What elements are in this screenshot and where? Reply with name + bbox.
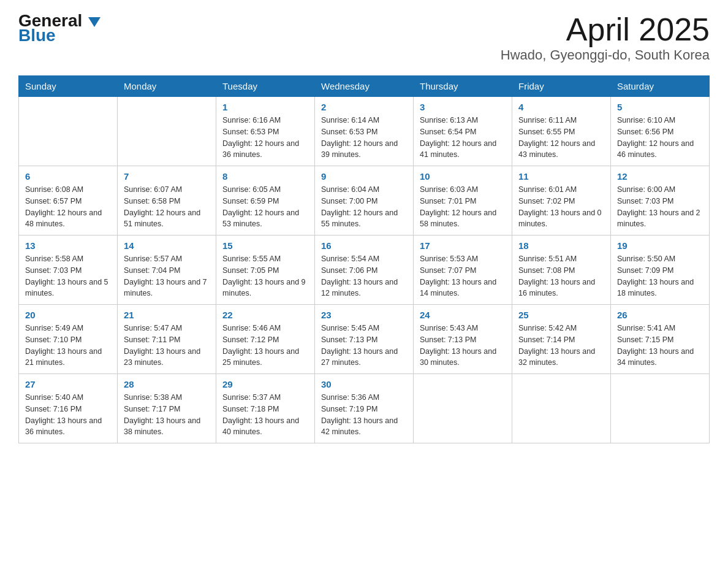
day-number: 22 (222, 310, 308, 320)
day-number: 25 (518, 310, 604, 320)
sunset-text: Sunset: 6:57 PM (25, 197, 82, 205)
sunset-text: Sunset: 7:07 PM (420, 266, 476, 275)
logo-blue: Blue (18, 27, 100, 44)
calendar-cell: 22Sunrise: 5:46 AMSunset: 7:12 PMDayligh… (216, 305, 315, 374)
sunset-text: Sunset: 7:16 PM (25, 405, 82, 413)
sunset-text: Sunset: 7:11 PM (124, 335, 180, 344)
sunset-text: Sunset: 6:53 PM (321, 128, 377, 136)
calendar-cell: 10Sunrise: 6:03 AMSunset: 7:01 PMDayligh… (414, 166, 512, 236)
calendar-cell: 3Sunrise: 6:13 AMSunset: 6:54 PMDaylight… (414, 97, 512, 166)
daylight-text: Daylight: 13 hours and 38 minutes. (124, 416, 200, 437)
sunset-text: Sunset: 7:08 PM (518, 266, 575, 275)
day-info: Sunrise: 5:38 AMSunset: 7:17 PMDaylight:… (124, 392, 210, 438)
sunrise-text: Sunrise: 5:53 AM (420, 255, 478, 263)
daylight-text: Daylight: 12 hours and 36 minutes. (222, 139, 299, 159)
calendar-week-row: 20Sunrise: 5:49 AMSunset: 7:10 PMDayligh… (19, 305, 710, 374)
calendar-cell: 5Sunrise: 6:10 AMSunset: 6:56 PMDaylight… (611, 97, 710, 166)
day-info: Sunrise: 5:54 AMSunset: 7:06 PMDaylight:… (321, 253, 407, 299)
day-number: 27 (25, 379, 111, 389)
sunset-text: Sunset: 7:03 PM (617, 197, 673, 205)
day-number: 26 (617, 310, 703, 320)
day-info: Sunrise: 5:49 AMSunset: 7:10 PMDaylight:… (25, 323, 111, 369)
daylight-text: Daylight: 12 hours and 51 minutes. (124, 209, 200, 229)
day-info: Sunrise: 5:58 AMSunset: 7:03 PMDaylight:… (25, 253, 111, 299)
sunset-text: Sunset: 6:58 PM (124, 197, 180, 205)
daylight-text: Daylight: 13 hours and 32 minutes. (518, 347, 595, 367)
daylight-text: Daylight: 12 hours and 53 minutes. (222, 209, 299, 229)
sunset-text: Sunset: 7:13 PM (321, 335, 377, 344)
daylight-text: Daylight: 12 hours and 46 minutes. (617, 139, 694, 159)
sunset-text: Sunset: 7:09 PM (617, 266, 673, 275)
calendar-cell: 2Sunrise: 6:14 AMSunset: 6:53 PMDaylight… (315, 97, 414, 166)
day-info: Sunrise: 6:14 AMSunset: 6:53 PMDaylight:… (321, 115, 407, 161)
day-info: Sunrise: 6:08 AMSunset: 6:57 PMDaylight:… (25, 184, 111, 230)
header-sunday: Sunday (19, 76, 118, 97)
day-number: 30 (321, 379, 407, 389)
header-saturday: Saturday (611, 76, 710, 97)
sunset-text: Sunset: 7:13 PM (420, 335, 476, 344)
sunrise-text: Sunrise: 6:11 AM (518, 116, 577, 124)
sunset-text: Sunset: 7:15 PM (617, 335, 673, 344)
calendar-cell: 6Sunrise: 6:08 AMSunset: 6:57 PMDaylight… (19, 166, 118, 236)
sunset-text: Sunset: 6:56 PM (617, 128, 673, 136)
calendar-cell: 14Sunrise: 5:57 AMSunset: 7:04 PMDayligh… (118, 236, 216, 305)
day-number: 12 (617, 171, 703, 182)
sunrise-text: Sunrise: 6:00 AM (617, 185, 675, 194)
daylight-text: Daylight: 13 hours and 34 minutes. (617, 347, 694, 367)
daylight-text: Daylight: 13 hours and 40 minutes. (222, 416, 299, 437)
sunrise-text: Sunrise: 5:37 AM (222, 393, 281, 402)
title-block: April 2025 Hwado, Gyeonggi-do, South Kor… (501, 12, 710, 63)
sunset-text: Sunset: 7:10 PM (25, 335, 82, 344)
sunrise-text: Sunrise: 5:36 AM (321, 393, 379, 402)
day-info: Sunrise: 6:00 AMSunset: 7:03 PMDaylight:… (617, 184, 703, 230)
sunrise-text: Sunrise: 6:13 AM (420, 116, 478, 124)
calendar-cell: 8Sunrise: 6:05 AMSunset: 6:59 PMDaylight… (216, 166, 315, 236)
day-number: 23 (321, 310, 407, 320)
day-info: Sunrise: 5:55 AMSunset: 7:05 PMDaylight:… (222, 253, 308, 299)
sunrise-text: Sunrise: 5:54 AM (321, 255, 379, 263)
day-number: 13 (25, 240, 111, 251)
day-info: Sunrise: 5:50 AMSunset: 7:09 PMDaylight:… (617, 253, 703, 299)
calendar-cell: 25Sunrise: 5:42 AMSunset: 7:14 PMDayligh… (512, 305, 611, 374)
calendar-cell: 13Sunrise: 5:58 AMSunset: 7:03 PMDayligh… (19, 236, 118, 305)
day-number: 19 (617, 240, 703, 251)
sunrise-text: Sunrise: 5:40 AM (25, 393, 83, 402)
sunset-text: Sunset: 7:01 PM (420, 197, 476, 205)
sunset-text: Sunset: 7:18 PM (222, 405, 279, 413)
calendar-cell (118, 97, 216, 166)
sunrise-text: Sunrise: 5:49 AM (25, 324, 83, 332)
sunrise-text: Sunrise: 5:38 AM (124, 393, 182, 402)
day-info: Sunrise: 6:05 AMSunset: 6:59 PMDaylight:… (222, 184, 308, 230)
sunrise-text: Sunrise: 5:43 AM (420, 324, 478, 332)
calendar-cell: 7Sunrise: 6:07 AMSunset: 6:58 PMDaylight… (118, 166, 216, 236)
calendar-cell: 27Sunrise: 5:40 AMSunset: 7:16 PMDayligh… (19, 374, 118, 443)
day-number: 17 (420, 240, 506, 251)
daylight-text: Daylight: 13 hours and 9 minutes. (222, 278, 306, 298)
page-header: General Blue April 2025 Hwado, Gyeonggi-… (18, 12, 710, 63)
calendar-week-row: 27Sunrise: 5:40 AMSunset: 7:16 PMDayligh… (19, 374, 710, 443)
day-number: 3 (420, 102, 506, 112)
header-tuesday: Tuesday (216, 76, 315, 97)
calendar-cell: 28Sunrise: 5:38 AMSunset: 7:17 PMDayligh… (118, 374, 216, 443)
sunrise-text: Sunrise: 5:46 AM (222, 324, 281, 332)
day-info: Sunrise: 5:42 AMSunset: 7:14 PMDaylight:… (518, 323, 604, 369)
day-info: Sunrise: 6:03 AMSunset: 7:01 PMDaylight:… (420, 184, 506, 230)
calendar-header-row: SundayMondayTuesdayWednesdayThursdayFrid… (19, 76, 710, 97)
calendar-cell: 23Sunrise: 5:45 AMSunset: 7:13 PMDayligh… (315, 305, 414, 374)
sunrise-text: Sunrise: 6:07 AM (124, 185, 182, 194)
day-number: 29 (222, 379, 308, 389)
day-number: 5 (617, 102, 703, 112)
sunrise-text: Sunrise: 6:01 AM (518, 185, 577, 194)
daylight-text: Daylight: 13 hours and 14 minutes. (420, 278, 496, 298)
day-info: Sunrise: 5:47 AMSunset: 7:11 PMDaylight:… (124, 323, 210, 369)
daylight-text: Daylight: 13 hours and 2 minutes. (617, 209, 700, 229)
calendar-cell: 15Sunrise: 5:55 AMSunset: 7:05 PMDayligh… (216, 236, 315, 305)
sunrise-text: Sunrise: 5:58 AM (25, 255, 83, 263)
sunrise-text: Sunrise: 6:08 AM (25, 185, 83, 194)
calendar-cell: 29Sunrise: 5:37 AMSunset: 7:18 PMDayligh… (216, 374, 315, 443)
day-info: Sunrise: 5:41 AMSunset: 7:15 PMDaylight:… (617, 323, 703, 369)
sunrise-text: Sunrise: 5:45 AM (321, 324, 379, 332)
sunrise-text: Sunrise: 5:55 AM (222, 255, 281, 263)
calendar-cell: 24Sunrise: 5:43 AMSunset: 7:13 PMDayligh… (414, 305, 512, 374)
day-number: 2 (321, 102, 407, 112)
